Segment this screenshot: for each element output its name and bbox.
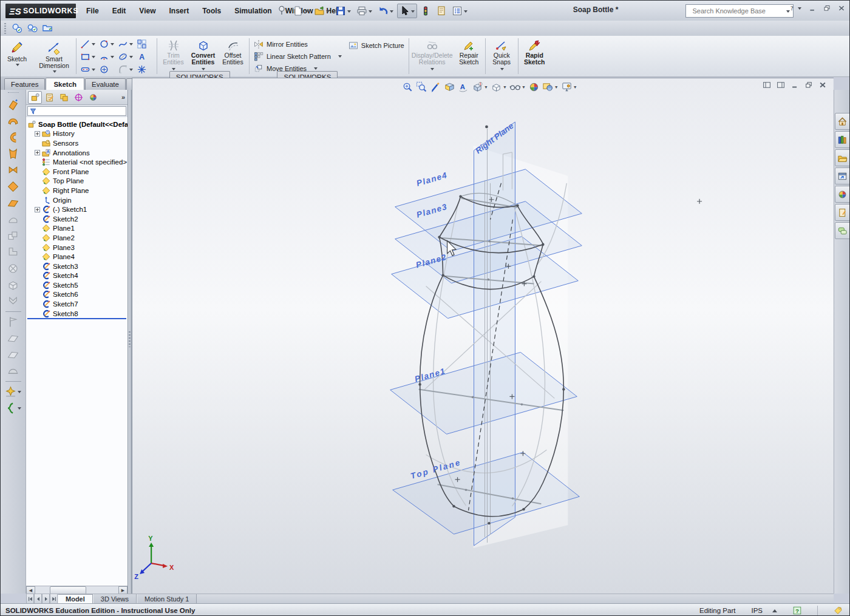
tree-item[interactable]: Plane3 — [26, 243, 127, 252]
comments-tab[interactable] — [835, 222, 850, 239]
tree-item[interactable]: x History — [26, 129, 127, 139]
headsup-button[interactable]: ▼ — [508, 80, 527, 94]
last-tab-button[interactable] — [50, 594, 58, 604]
tree-item[interactable]: x (-) Sketch1 — [26, 205, 127, 214]
split-pane-left-icon[interactable] — [762, 81, 772, 89]
linear-pattern-caret[interactable] — [338, 55, 342, 59]
print-button[interactable] — [355, 4, 375, 18]
point-tool[interactable] — [98, 64, 117, 75]
feature-tool-button[interactable] — [3, 260, 24, 277]
tree-item[interactable]: Plane4 — [26, 252, 127, 262]
search-icon[interactable] — [783, 7, 783, 15]
menu-item[interactable]: Edit — [106, 4, 133, 18]
doc-restore-icon[interactable] — [804, 81, 814, 89]
display-manager-tab[interactable] — [86, 91, 100, 104]
headsup-button[interactable] — [443, 80, 457, 94]
headsup-button[interactable] — [401, 80, 415, 94]
display-delete-caret[interactable] — [430, 68, 434, 72]
headsup-button[interactable]: ▼ — [471, 80, 489, 94]
appearances-tab[interactable] — [835, 186, 850, 203]
expand-toggle[interactable]: x — [35, 150, 40, 155]
quick-snaps-button[interactable]: Quick Snaps — [487, 36, 517, 76]
sketch-pattern-tool[interactable] — [135, 39, 154, 49]
headsup-button[interactable]: ▼ — [560, 80, 579, 94]
toolbar-grip[interactable] — [8, 92, 19, 95]
rectangle-tool[interactable] — [79, 52, 98, 62]
sketch-button[interactable]: Sketch — [1, 36, 33, 76]
new-button[interactable] — [291, 4, 311, 18]
command-tab[interactable]: Evaluate — [85, 78, 126, 90]
smart-dimension-caret[interactable] — [53, 70, 56, 75]
headsup-button[interactable]: ▼ — [489, 80, 508, 94]
first-tab-button[interactable] — [26, 594, 34, 604]
sketch-caret[interactable] — [16, 64, 19, 68]
select-button[interactable] — [397, 4, 417, 18]
split-pane-right-icon[interactable] — [776, 81, 786, 89]
expand-toggle[interactable]: x — [35, 131, 40, 137]
restore-button[interactable] — [823, 4, 831, 12]
menu-item[interactable]: File — [80, 4, 106, 18]
feature-tool-button[interactable] — [3, 314, 24, 330]
tree-filter-box[interactable] — [27, 106, 126, 116]
tree-item[interactable]: Sketch3 — [26, 262, 127, 271]
close-button[interactable] — [837, 4, 846, 12]
feature-tool-button[interactable] — [3, 330, 24, 347]
file-properties-button[interactable] — [434, 4, 449, 18]
convert-entities-button[interactable]: Convert Entities — [188, 36, 218, 76]
fillet-tool-disabled[interactable] — [117, 64, 135, 75]
tree-item[interactable]: Top Plane — [26, 177, 127, 186]
tree-item[interactable]: Sensors — [26, 138, 127, 148]
model-tab[interactable]: 3D Views — [93, 594, 137, 604]
units-caret[interactable] — [772, 607, 777, 612]
model-tab[interactable]: Motion Study 1 — [137, 594, 197, 604]
solidworks-resources-tab[interactable] — [835, 131, 850, 148]
configuration-manager-tab[interactable] — [57, 91, 71, 104]
undo-button[interactable] — [376, 4, 396, 18]
quick-snaps-caret[interactable] — [500, 68, 504, 72]
display-delete-relations-button[interactable]: Display/Delete Relations — [410, 36, 454, 76]
sketch-tool-icon-2[interactable] — [27, 22, 38, 34]
tree-item[interactable]: Origin — [26, 195, 127, 205]
feature-tool-button[interactable] — [3, 211, 24, 228]
feature-tool-button[interactable] — [3, 162, 24, 178]
feature-manager-tab[interactable] — [28, 91, 42, 104]
design-library-tab[interactable] — [835, 149, 850, 166]
options-button[interactable] — [450, 4, 470, 18]
doc-close-icon[interactable] — [818, 81, 828, 89]
tree-item[interactable]: Plane2 — [26, 233, 127, 243]
tree-item[interactable]: Front Plane — [26, 167, 127, 177]
headsup-button[interactable] — [415, 80, 429, 94]
open-button[interactable] — [312, 4, 332, 18]
command-tab[interactable]: Sketch — [46, 78, 84, 90]
menu-item[interactable]: Tools — [195, 4, 228, 18]
snap-tool[interactable] — [135, 64, 154, 75]
panel-splitter[interactable] — [128, 90, 132, 594]
repair-sketch-button[interactable]: Repair Sketch — [454, 36, 484, 76]
tree-item[interactable]: Sketch7 — [26, 299, 127, 309]
feature-tool-button[interactable] — [3, 113, 24, 129]
tag-icon[interactable] — [834, 606, 842, 615]
menu-item[interactable]: View — [132, 4, 162, 18]
tree-item[interactable]: Sketch5 — [26, 280, 127, 290]
headsup-button[interactable] — [429, 80, 443, 94]
feature-tool-button[interactable] — [3, 228, 24, 244]
tree-item[interactable]: Plane1 — [26, 224, 127, 234]
feature-tool-button[interactable] — [3, 347, 24, 363]
sketch-picture-button[interactable]: Sketch Picture — [347, 39, 406, 51]
feature-tool-button[interactable] — [3, 277, 24, 293]
headsup-button[interactable]: ▼ — [541, 80, 560, 94]
feature-tool-button[interactable] — [3, 178, 24, 195]
sketch-tool-icon-1[interactable] — [12, 22, 23, 34]
expand-toggle[interactable]: x — [35, 207, 40, 212]
feature-flyout-button[interactable] — [3, 400, 24, 416]
model-tab[interactable]: Model — [58, 594, 93, 604]
menu-item[interactable]: Simulation — [228, 4, 278, 18]
tree-item[interactable]: Sketch4 — [26, 271, 127, 281]
headsup-button[interactable] — [457, 80, 471, 94]
arc-tool[interactable] — [98, 52, 117, 62]
feature-tool-button[interactable] — [3, 244, 24, 260]
panel-overflow-chevron[interactable]: » — [121, 93, 125, 101]
toolbar-grip[interactable] — [4, 23, 6, 34]
spline-tool[interactable] — [117, 39, 135, 49]
search-box[interactable] — [685, 4, 794, 18]
